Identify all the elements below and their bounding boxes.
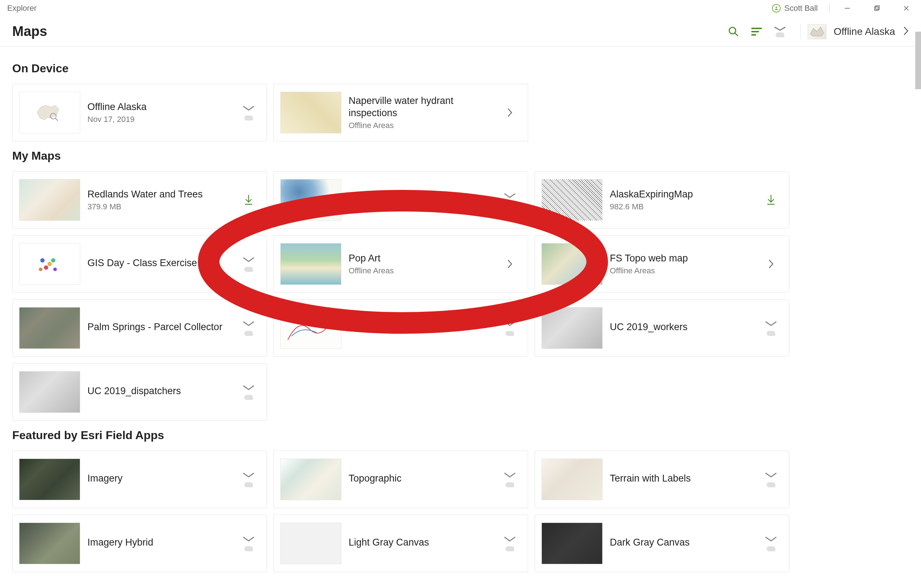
thumb — [542, 307, 603, 349]
card-title: Alaska Web Map — [348, 193, 502, 205]
card-action[interactable] — [241, 320, 257, 336]
chevron-down-icon — [242, 384, 255, 393]
scrollbar[interactable] — [915, 32, 921, 89]
thumb — [19, 243, 80, 285]
chevron-down-icon — [765, 320, 778, 329]
thumb — [280, 307, 342, 349]
card-action[interactable] — [763, 471, 779, 487]
card-title: UC 2019_dispatchers — [88, 385, 241, 397]
svg-point-3 — [729, 27, 736, 34]
card-body: Alaska Web Map — [342, 193, 502, 207]
map-card-alaska-web[interactable]: Alaska Web Map — [273, 171, 528, 229]
card-action[interactable] — [241, 384, 257, 400]
card-action[interactable] — [502, 192, 518, 208]
card-action[interactable] — [763, 536, 779, 551]
user-area[interactable]: Scott Ball — [763, 3, 827, 13]
card-action[interactable] — [502, 320, 518, 336]
card-body: Terrain with Labels — [603, 473, 763, 486]
card-body: Naperville water hydrant inspections Off… — [342, 95, 502, 130]
map-card-palm-springs[interactable]: Palm Springs - Parcel Collector — [12, 299, 267, 357]
card-body: Light Gray Canvas — [342, 536, 502, 550]
featured-grid: Imagery Topographic Terrain with Labels — [12, 451, 912, 572]
sort-icon[interactable] — [750, 26, 763, 38]
cloud-icon — [766, 331, 775, 336]
map-card-uc-workers[interactable]: UC 2019_workers — [535, 299, 789, 357]
section-title-my-maps: My Maps — [12, 149, 912, 162]
map-card-gis-day[interactable]: GIS Day - Class Exercise — [12, 235, 267, 293]
map-card-alaska-expiring[interactable]: AlaskaExpiringMap 982.6 MB — [535, 171, 789, 229]
svg-point-9 — [53, 268, 57, 271]
cloud-icon — [244, 115, 253, 120]
map-card-redlands[interactable]: Redlands Water and Trees 379.9 MB — [12, 171, 267, 229]
download-chevron-icon[interactable] — [773, 26, 786, 37]
thumb — [280, 458, 342, 500]
map-card-naperville[interactable]: Naperville water hydrant inspections Off… — [273, 84, 528, 141]
card-title: Offline Alaska — [88, 101, 241, 113]
chevron-down-icon — [503, 536, 516, 544]
cloud-icon — [244, 546, 253, 551]
card-body: GIS Day - Class Exercise — [80, 257, 241, 271]
user-avatar-icon — [772, 4, 781, 13]
map-card-light-gray[interactable]: Light Gray Canvas — [273, 515, 528, 572]
card-title: Naperville water hydrant inspections — [348, 95, 502, 119]
chevron-right-icon[interactable] — [763, 258, 779, 270]
card-title: FS Topo web map — [610, 252, 763, 265]
card-title: Pop Art — [348, 252, 502, 265]
offline-map-selector[interactable]: Offline Alaska — [800, 24, 910, 39]
thumb — [19, 307, 80, 349]
close-button[interactable] — [892, 0, 921, 16]
chevron-down-icon — [242, 320, 255, 329]
chevron-down-icon — [242, 105, 255, 113]
cloud-icon — [766, 482, 775, 487]
thumb — [280, 523, 342, 564]
content: On Device Offline Alaska Nov 17, 2019 Na… — [0, 47, 921, 588]
map-card-pop-art[interactable]: Pop Art Offline Areas — [273, 235, 528, 293]
card-action[interactable] — [241, 471, 257, 487]
search-icon[interactable] — [727, 26, 740, 38]
card-title: GIS Day - Class Exercise — [88, 257, 241, 270]
map-card-terrain[interactable]: Terrain with Labels — [535, 451, 789, 508]
svg-point-7 — [44, 265, 48, 270]
card-body: Alaska Trip Route — [342, 321, 502, 335]
card-action[interactable] — [763, 320, 779, 336]
map-card-alaska-trip[interactable]: Alaska Trip Route — [273, 299, 528, 357]
map-card-imagery-hybrid[interactable]: Imagery Hybrid — [12, 515, 267, 572]
card-action[interactable] — [502, 536, 518, 551]
app-name: Explorer — [7, 3, 37, 13]
on-device-grid: Offline Alaska Nov 17, 2019 Naperville w… — [12, 84, 912, 141]
card-title: Alaska Trip Route — [348, 321, 502, 333]
card-title: Imagery — [88, 473, 241, 485]
user-name: Scott Ball — [784, 3, 818, 13]
map-card-topographic[interactable]: Topographic — [273, 451, 528, 508]
chevron-down-icon — [503, 192, 516, 201]
cloud-icon — [766, 546, 775, 551]
maximize-button[interactable] — [862, 0, 892, 16]
offline-thumb — [808, 24, 827, 39]
card-action[interactable] — [241, 256, 257, 272]
thumb — [19, 458, 80, 500]
card-sub: 982.6 MB — [610, 202, 763, 211]
card-sub: 379.9 MB — [88, 202, 241, 211]
svg-point-6 — [47, 262, 52, 266]
card-sub: Offline Areas — [610, 266, 763, 276]
map-card-imagery[interactable]: Imagery — [12, 451, 267, 508]
card-title: Light Gray Canvas — [348, 536, 502, 549]
chevron-right-icon[interactable] — [502, 258, 518, 270]
chevron-down-icon — [503, 320, 516, 329]
card-action[interactable] — [241, 105, 257, 120]
map-card-uc-dispatchers[interactable]: UC 2019_dispatchers — [12, 363, 267, 421]
minimize-button[interactable] — [833, 0, 862, 16]
cloud-icon — [506, 203, 514, 208]
map-card-fs-topo[interactable]: FS Topo web map Offline Areas — [535, 235, 789, 293]
map-card-dark-gray[interactable]: Dark Gray Canvas — [535, 515, 789, 572]
chevron-right-icon[interactable] — [502, 107, 518, 118]
thumb — [280, 243, 342, 285]
download-icon[interactable] — [763, 194, 779, 206]
download-icon[interactable] — [241, 194, 257, 206]
map-card-offline-alaska[interactable]: Offline Alaska Nov 17, 2019 — [12, 84, 267, 141]
card-action[interactable] — [502, 471, 518, 487]
offline-label: Offline Alaska — [833, 26, 895, 37]
cloud-icon — [506, 331, 514, 336]
card-body: Imagery — [80, 473, 241, 486]
card-action[interactable] — [241, 536, 257, 551]
